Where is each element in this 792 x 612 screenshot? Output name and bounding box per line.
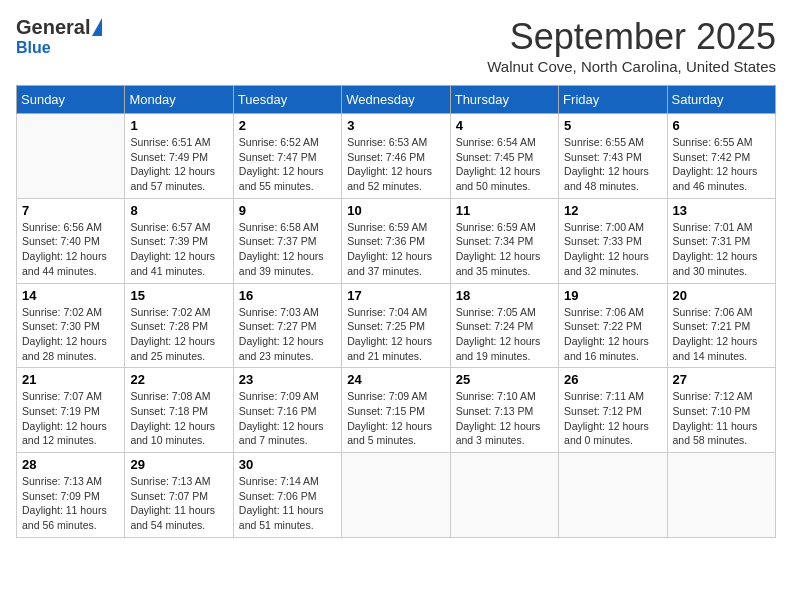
column-header-sunday: Sunday xyxy=(17,86,125,114)
cell-content: Sunrise: 6:56 AM Sunset: 7:40 PM Dayligh… xyxy=(22,220,119,279)
day-number: 11 xyxy=(456,203,553,218)
page-header: General Blue September 2025 Walnut Cove,… xyxy=(16,16,776,75)
day-number: 14 xyxy=(22,288,119,303)
calendar-cell: 16Sunrise: 7:03 AM Sunset: 7:27 PM Dayli… xyxy=(233,283,341,368)
cell-content: Sunrise: 7:10 AM Sunset: 7:13 PM Dayligh… xyxy=(456,389,553,448)
calendar-cell: 15Sunrise: 7:02 AM Sunset: 7:28 PM Dayli… xyxy=(125,283,233,368)
cell-content: Sunrise: 6:59 AM Sunset: 7:36 PM Dayligh… xyxy=(347,220,444,279)
day-number: 29 xyxy=(130,457,227,472)
calendar-cell: 21Sunrise: 7:07 AM Sunset: 7:19 PM Dayli… xyxy=(17,368,125,453)
logo-triangle-icon xyxy=(92,18,102,36)
day-number: 18 xyxy=(456,288,553,303)
cell-content: Sunrise: 7:12 AM Sunset: 7:10 PM Dayligh… xyxy=(673,389,770,448)
column-header-friday: Friday xyxy=(559,86,667,114)
cell-content: Sunrise: 7:03 AM Sunset: 7:27 PM Dayligh… xyxy=(239,305,336,364)
calendar-cell: 11Sunrise: 6:59 AM Sunset: 7:34 PM Dayli… xyxy=(450,198,558,283)
day-number: 28 xyxy=(22,457,119,472)
calendar-cell: 29Sunrise: 7:13 AM Sunset: 7:07 PM Dayli… xyxy=(125,453,233,538)
day-number: 22 xyxy=(130,372,227,387)
week-row-1: 1Sunrise: 6:51 AM Sunset: 7:49 PM Daylig… xyxy=(17,114,776,199)
cell-content: Sunrise: 7:11 AM Sunset: 7:12 PM Dayligh… xyxy=(564,389,661,448)
logo-blue-text: Blue xyxy=(16,39,51,57)
cell-content: Sunrise: 6:52 AM Sunset: 7:47 PM Dayligh… xyxy=(239,135,336,194)
calendar-cell: 27Sunrise: 7:12 AM Sunset: 7:10 PM Dayli… xyxy=(667,368,775,453)
day-number: 17 xyxy=(347,288,444,303)
calendar-cell: 26Sunrise: 7:11 AM Sunset: 7:12 PM Dayli… xyxy=(559,368,667,453)
calendar-cell: 13Sunrise: 7:01 AM Sunset: 7:31 PM Dayli… xyxy=(667,198,775,283)
day-number: 7 xyxy=(22,203,119,218)
day-number: 27 xyxy=(673,372,770,387)
cell-content: Sunrise: 7:02 AM Sunset: 7:30 PM Dayligh… xyxy=(22,305,119,364)
cell-content: Sunrise: 6:57 AM Sunset: 7:39 PM Dayligh… xyxy=(130,220,227,279)
cell-content: Sunrise: 6:54 AM Sunset: 7:45 PM Dayligh… xyxy=(456,135,553,194)
location-subtitle: Walnut Cove, North Carolina, United Stat… xyxy=(487,58,776,75)
day-number: 21 xyxy=(22,372,119,387)
cell-content: Sunrise: 7:14 AM Sunset: 7:06 PM Dayligh… xyxy=(239,474,336,533)
calendar-cell: 22Sunrise: 7:08 AM Sunset: 7:18 PM Dayli… xyxy=(125,368,233,453)
column-header-saturday: Saturday xyxy=(667,86,775,114)
column-header-monday: Monday xyxy=(125,86,233,114)
day-number: 9 xyxy=(239,203,336,218)
calendar-cell: 20Sunrise: 7:06 AM Sunset: 7:21 PM Dayli… xyxy=(667,283,775,368)
calendar-cell: 18Sunrise: 7:05 AM Sunset: 7:24 PM Dayli… xyxy=(450,283,558,368)
calendar-cell xyxy=(342,453,450,538)
calendar-cell: 4Sunrise: 6:54 AM Sunset: 7:45 PM Daylig… xyxy=(450,114,558,199)
calendar-cell xyxy=(559,453,667,538)
day-number: 20 xyxy=(673,288,770,303)
calendar-cell xyxy=(17,114,125,199)
day-number: 25 xyxy=(456,372,553,387)
day-number: 5 xyxy=(564,118,661,133)
cell-content: Sunrise: 7:02 AM Sunset: 7:28 PM Dayligh… xyxy=(130,305,227,364)
cell-content: Sunrise: 7:09 AM Sunset: 7:15 PM Dayligh… xyxy=(347,389,444,448)
calendar-cell: 14Sunrise: 7:02 AM Sunset: 7:30 PM Dayli… xyxy=(17,283,125,368)
logo-general-text: General xyxy=(16,16,90,39)
cell-content: Sunrise: 7:00 AM Sunset: 7:33 PM Dayligh… xyxy=(564,220,661,279)
calendar-cell: 25Sunrise: 7:10 AM Sunset: 7:13 PM Dayli… xyxy=(450,368,558,453)
calendar-cell: 23Sunrise: 7:09 AM Sunset: 7:16 PM Dayli… xyxy=(233,368,341,453)
calendar-cell: 17Sunrise: 7:04 AM Sunset: 7:25 PM Dayli… xyxy=(342,283,450,368)
day-number: 26 xyxy=(564,372,661,387)
day-number: 16 xyxy=(239,288,336,303)
calendar-cell: 3Sunrise: 6:53 AM Sunset: 7:46 PM Daylig… xyxy=(342,114,450,199)
day-number: 3 xyxy=(347,118,444,133)
calendar-cell: 24Sunrise: 7:09 AM Sunset: 7:15 PM Dayli… xyxy=(342,368,450,453)
calendar-cell: 9Sunrise: 6:58 AM Sunset: 7:37 PM Daylig… xyxy=(233,198,341,283)
day-number: 1 xyxy=(130,118,227,133)
cell-content: Sunrise: 7:13 AM Sunset: 7:09 PM Dayligh… xyxy=(22,474,119,533)
cell-content: Sunrise: 6:58 AM Sunset: 7:37 PM Dayligh… xyxy=(239,220,336,279)
week-row-4: 21Sunrise: 7:07 AM Sunset: 7:19 PM Dayli… xyxy=(17,368,776,453)
calendar-cell: 1Sunrise: 6:51 AM Sunset: 7:49 PM Daylig… xyxy=(125,114,233,199)
day-number: 8 xyxy=(130,203,227,218)
cell-content: Sunrise: 6:59 AM Sunset: 7:34 PM Dayligh… xyxy=(456,220,553,279)
day-number: 4 xyxy=(456,118,553,133)
calendar-table: SundayMondayTuesdayWednesdayThursdayFrid… xyxy=(16,85,776,538)
calendar-cell: 5Sunrise: 6:55 AM Sunset: 7:43 PM Daylig… xyxy=(559,114,667,199)
column-header-thursday: Thursday xyxy=(450,86,558,114)
cell-content: Sunrise: 7:08 AM Sunset: 7:18 PM Dayligh… xyxy=(130,389,227,448)
cell-content: Sunrise: 7:04 AM Sunset: 7:25 PM Dayligh… xyxy=(347,305,444,364)
cell-content: Sunrise: 6:51 AM Sunset: 7:49 PM Dayligh… xyxy=(130,135,227,194)
column-header-wednesday: Wednesday xyxy=(342,86,450,114)
calendar-cell: 8Sunrise: 6:57 AM Sunset: 7:39 PM Daylig… xyxy=(125,198,233,283)
week-row-3: 14Sunrise: 7:02 AM Sunset: 7:30 PM Dayli… xyxy=(17,283,776,368)
cell-content: Sunrise: 7:05 AM Sunset: 7:24 PM Dayligh… xyxy=(456,305,553,364)
calendar-cell: 10Sunrise: 6:59 AM Sunset: 7:36 PM Dayli… xyxy=(342,198,450,283)
calendar-cell: 19Sunrise: 7:06 AM Sunset: 7:22 PM Dayli… xyxy=(559,283,667,368)
logo: General Blue xyxy=(16,16,102,57)
month-title: September 2025 xyxy=(487,16,776,58)
day-number: 23 xyxy=(239,372,336,387)
days-header-row: SundayMondayTuesdayWednesdayThursdayFrid… xyxy=(17,86,776,114)
week-row-2: 7Sunrise: 6:56 AM Sunset: 7:40 PM Daylig… xyxy=(17,198,776,283)
calendar-cell: 30Sunrise: 7:14 AM Sunset: 7:06 PM Dayli… xyxy=(233,453,341,538)
cell-content: Sunrise: 7:06 AM Sunset: 7:22 PM Dayligh… xyxy=(564,305,661,364)
day-number: 6 xyxy=(673,118,770,133)
day-number: 30 xyxy=(239,457,336,472)
cell-content: Sunrise: 6:55 AM Sunset: 7:43 PM Dayligh… xyxy=(564,135,661,194)
title-section: September 2025 Walnut Cove, North Caroli… xyxy=(487,16,776,75)
week-row-5: 28Sunrise: 7:13 AM Sunset: 7:09 PM Dayli… xyxy=(17,453,776,538)
day-number: 15 xyxy=(130,288,227,303)
cell-content: Sunrise: 7:01 AM Sunset: 7:31 PM Dayligh… xyxy=(673,220,770,279)
calendar-cell: 2Sunrise: 6:52 AM Sunset: 7:47 PM Daylig… xyxy=(233,114,341,199)
calendar-cell: 28Sunrise: 7:13 AM Sunset: 7:09 PM Dayli… xyxy=(17,453,125,538)
calendar-cell: 6Sunrise: 6:55 AM Sunset: 7:42 PM Daylig… xyxy=(667,114,775,199)
